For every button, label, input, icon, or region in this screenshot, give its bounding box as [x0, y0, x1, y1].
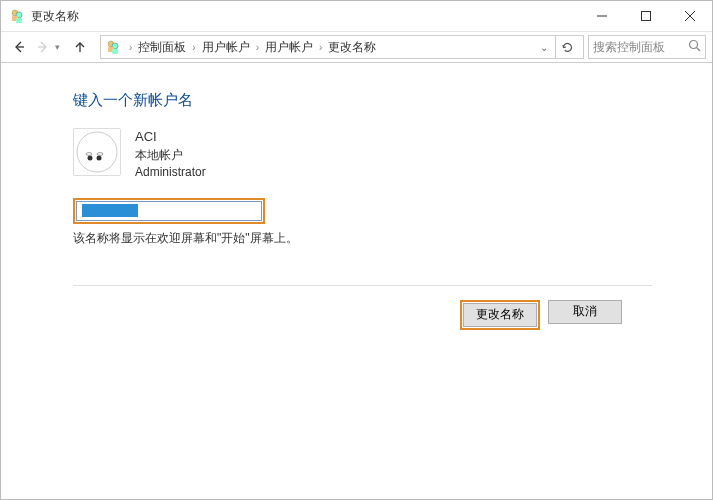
close-button[interactable] — [668, 1, 712, 31]
svg-rect-14 — [112, 49, 118, 54]
content-area: 键入一个新帐户名 ACI 本地帐户 Administrator 该名称将显示在欢… — [1, 63, 712, 330]
breadcrumb: 控制面板› 用户帐户› 用户帐户› 更改名称 — [136, 39, 535, 56]
forward-button[interactable] — [31, 35, 55, 59]
user-accounts-icon — [105, 39, 121, 55]
chevron-right-icon[interactable]: › — [188, 42, 199, 53]
account-info: ACI 本地帐户 Administrator — [135, 128, 206, 182]
refresh-button[interactable] — [555, 36, 579, 58]
window-controls — [580, 1, 712, 31]
help-text: 该名称将显示在欢迎屏幕和"开始"屏幕上。 — [73, 230, 652, 247]
minimize-button[interactable] — [580, 1, 624, 31]
avatar — [73, 128, 121, 176]
button-row: 更改名称 取消 — [73, 285, 652, 330]
app-icon — [9, 8, 25, 24]
svg-rect-5 — [642, 12, 651, 21]
svg-point-18 — [88, 156, 93, 161]
up-button[interactable] — [68, 35, 92, 59]
navbar: ▾ › 控制面板› 用户帐户› 用户帐户› 更改名称 ⌄ 搜索控制面板 — [1, 31, 712, 63]
back-button[interactable] — [7, 35, 31, 59]
new-name-input[interactable] — [76, 201, 262, 221]
breadcrumb-item[interactable]: 控制面板 — [136, 39, 188, 56]
chevron-right-icon[interactable]: › — [125, 42, 136, 53]
confirm-button-highlight: 更改名称 — [460, 300, 540, 330]
cancel-button[interactable]: 取消 — [548, 300, 622, 324]
address-bar[interactable]: › 控制面板› 用户帐户› 用户帐户› 更改名称 ⌄ — [100, 35, 584, 59]
chevron-right-icon[interactable]: › — [315, 42, 326, 53]
name-input-highlight — [73, 198, 265, 224]
maximize-button[interactable] — [624, 1, 668, 31]
svg-point-15 — [690, 41, 698, 49]
search-icon — [688, 39, 701, 55]
account-type: 本地帐户 — [135, 147, 206, 164]
account-name: ACI — [135, 128, 206, 147]
history-dropdown[interactable]: ▾ — [55, 42, 60, 52]
titlebar: 更改名称 — [1, 1, 712, 31]
svg-line-16 — [697, 48, 701, 52]
redacted-value — [82, 204, 138, 217]
breadcrumb-item[interactable]: 用户帐户 — [200, 39, 252, 56]
breadcrumb-item[interactable]: 更改名称 — [326, 39, 378, 56]
search-placeholder: 搜索控制面板 — [593, 39, 688, 56]
account-role: Administrator — [135, 164, 206, 181]
page-heading: 键入一个新帐户名 — [73, 91, 652, 110]
window-title: 更改名称 — [31, 8, 580, 25]
search-box[interactable]: 搜索控制面板 — [588, 35, 706, 59]
svg-rect-3 — [16, 18, 22, 23]
address-dropdown[interactable]: ⌄ — [535, 42, 553, 53]
svg-point-19 — [97, 156, 102, 161]
confirm-button[interactable]: 更改名称 — [463, 303, 537, 327]
svg-point-17 — [77, 132, 117, 172]
chevron-right-icon[interactable]: › — [252, 42, 263, 53]
account-info-row: ACI 本地帐户 Administrator — [73, 128, 652, 182]
breadcrumb-item[interactable]: 用户帐户 — [263, 39, 315, 56]
